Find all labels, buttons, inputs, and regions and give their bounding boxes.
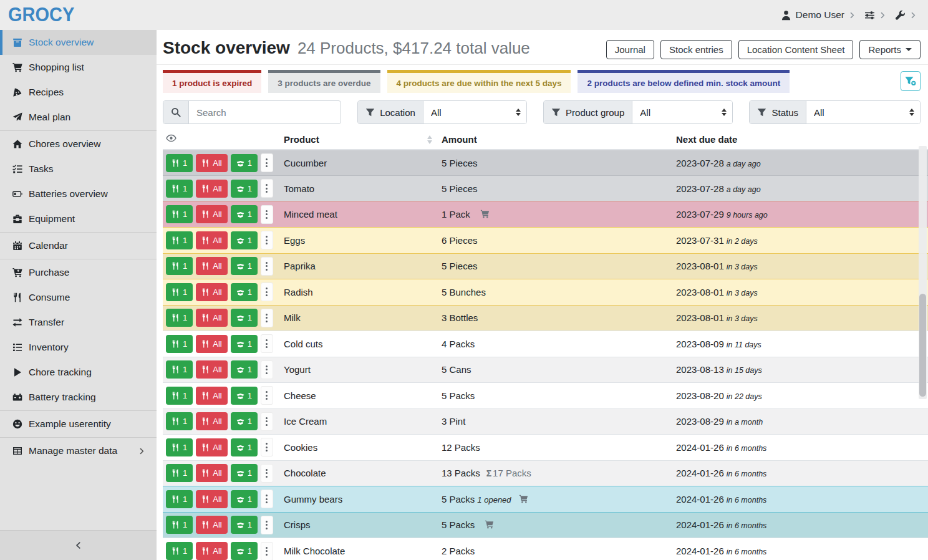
sidebar-collapse-button[interactable] (0, 530, 157, 560)
consume-all-button[interactable]: All (196, 464, 227, 482)
app-logo[interactable]: GROCY (0, 4, 74, 26)
open-one-button[interactable]: 1 (231, 412, 258, 430)
column-header-product[interactable]: Product (279, 130, 437, 150)
status-card[interactable]: 1 product is expired (163, 70, 261, 93)
sidebar-item-shopping-list[interactable]: Shopping list (0, 55, 157, 80)
settings-menu[interactable] (864, 10, 886, 21)
consume-one-button[interactable]: 1 (166, 154, 193, 172)
row-menu-button[interactable] (261, 360, 273, 379)
consume-one-button[interactable]: 1 (166, 438, 193, 456)
sidebar-item-example-userentity[interactable]: Example userentity (0, 412, 157, 437)
sidebar-item-chore-tracking[interactable]: Chore tracking (0, 360, 157, 385)
scrollbar-thumb[interactable] (919, 294, 926, 397)
column-visibility-header[interactable] (163, 130, 279, 150)
sidebar-item-calendar[interactable]: Calendar (0, 233, 157, 258)
row-menu-button[interactable] (261, 153, 273, 172)
sidebar-item-purchase[interactable]: Purchase (0, 260, 157, 285)
open-one-button[interactable]: 1 (231, 205, 258, 223)
row-menu-button[interactable] (261, 205, 273, 224)
filter-select[interactable]: All (632, 101, 732, 123)
admin-menu[interactable] (895, 10, 917, 21)
stock-entries-button[interactable]: Stock entries (660, 40, 732, 59)
consume-all-button[interactable]: All (196, 309, 227, 327)
open-one-button[interactable]: 1 (231, 309, 258, 327)
consume-one-button[interactable]: 1 (166, 283, 193, 301)
open-one-button[interactable]: 1 (231, 438, 258, 456)
open-one-button[interactable]: 1 (231, 335, 258, 353)
row-menu-button[interactable] (261, 542, 273, 560)
reports-button[interactable]: Reports (859, 40, 921, 59)
column-header-amount[interactable]: Amount (437, 130, 671, 150)
open-one-button[interactable]: 1 (231, 360, 258, 379)
consume-all-button[interactable]: All (196, 360, 227, 379)
consume-one-button[interactable]: 1 (166, 309, 193, 327)
consume-all-button[interactable]: All (196, 412, 227, 430)
location-content-sheet-button[interactable]: Location Content Sheet (738, 40, 854, 59)
consume-all-button[interactable]: All (196, 283, 227, 301)
consume-one-button[interactable]: 1 (166, 412, 193, 430)
status-card[interactable]: 3 products are overdue (268, 70, 380, 93)
sidebar-item-battery-tracking[interactable]: Battery tracking (0, 385, 157, 410)
user-menu[interactable]: Demo User (781, 9, 856, 21)
row-menu-button[interactable] (261, 490, 273, 508)
consume-all-button[interactable]: All (196, 490, 227, 508)
consume-one-button[interactable]: 1 (166, 542, 193, 560)
sidebar-item-manage-master-data[interactable]: Manage master data (0, 438, 157, 463)
consume-one-button[interactable]: 1 (166, 180, 193, 198)
row-menu-button[interactable] (261, 309, 273, 327)
search-input[interactable] (189, 101, 337, 123)
consume-all-button[interactable]: All (196, 438, 227, 456)
sidebar-item-transfer[interactable]: Transfer (0, 310, 157, 335)
filter-select[interactable]: All (806, 101, 920, 123)
consume-all-button[interactable]: All (196, 257, 227, 275)
consume-one-button[interactable]: 1 (166, 257, 193, 275)
sidebar-item-tasks[interactable]: Tasks (0, 157, 157, 181)
row-menu-button[interactable] (261, 257, 273, 276)
consume-one-button[interactable]: 1 (166, 464, 193, 482)
consume-one-button[interactable]: 1 (166, 387, 193, 405)
consume-one-button[interactable]: 1 (166, 490, 193, 508)
consume-all-button[interactable]: All (196, 542, 227, 560)
row-menu-button[interactable] (261, 282, 273, 301)
sidebar-item-chores-overview[interactable]: Chores overview (0, 132, 157, 157)
status-card[interactable]: 2 products are below defined min. stock … (578, 70, 790, 93)
consume-one-button[interactable]: 1 (166, 231, 193, 249)
open-one-button[interactable]: 1 (231, 180, 258, 198)
filter-select[interactable]: All (423, 101, 526, 123)
consume-all-button[interactable]: All (196, 335, 227, 353)
consume-all-button[interactable]: All (196, 387, 227, 405)
sidebar-item-batteries-overview[interactable]: Batteries overview (0, 181, 157, 206)
open-one-button[interactable]: 1 (231, 542, 258, 560)
row-menu-button[interactable] (261, 516, 273, 534)
clear-filter-button[interactable] (901, 71, 921, 91)
consume-one-button[interactable]: 1 (166, 205, 193, 223)
consume-one-button[interactable]: 1 (166, 335, 193, 353)
sidebar-item-meal-plan[interactable]: Meal plan (0, 105, 157, 130)
row-menu-button[interactable] (261, 334, 273, 353)
row-menu-button[interactable] (261, 179, 273, 198)
sidebar-item-inventory[interactable]: Inventory (0, 335, 157, 360)
row-menu-button[interactable] (261, 412, 273, 431)
consume-all-button[interactable]: All (196, 231, 227, 249)
row-menu-button[interactable] (261, 386, 273, 405)
open-one-button[interactable]: 1 (231, 283, 258, 301)
status-card[interactable]: 4 products are due within the next 5 day… (387, 70, 571, 93)
open-one-button[interactable]: 1 (231, 516, 258, 534)
consume-all-button[interactable]: All (196, 180, 227, 198)
open-one-button[interactable]: 1 (231, 387, 258, 405)
column-header-next-due-date[interactable]: Next due date (671, 130, 928, 150)
consume-one-button[interactable]: 1 (166, 360, 193, 379)
sidebar-item-recipes[interactable]: Recipes (0, 80, 157, 105)
sidebar-item-consume[interactable]: Consume (0, 285, 157, 310)
row-menu-button[interactable] (261, 438, 273, 456)
row-menu-button[interactable] (261, 231, 273, 249)
open-one-button[interactable]: 1 (231, 231, 258, 249)
consume-all-button[interactable]: All (196, 154, 227, 172)
open-one-button[interactable]: 1 (231, 154, 258, 172)
open-one-button[interactable]: 1 (231, 257, 258, 275)
consume-one-button[interactable]: 1 (166, 516, 193, 534)
row-menu-button[interactable] (261, 464, 273, 483)
consume-all-button[interactable]: All (196, 516, 227, 534)
open-one-button[interactable]: 1 (231, 464, 258, 482)
journal-button[interactable]: Journal (606, 40, 654, 59)
